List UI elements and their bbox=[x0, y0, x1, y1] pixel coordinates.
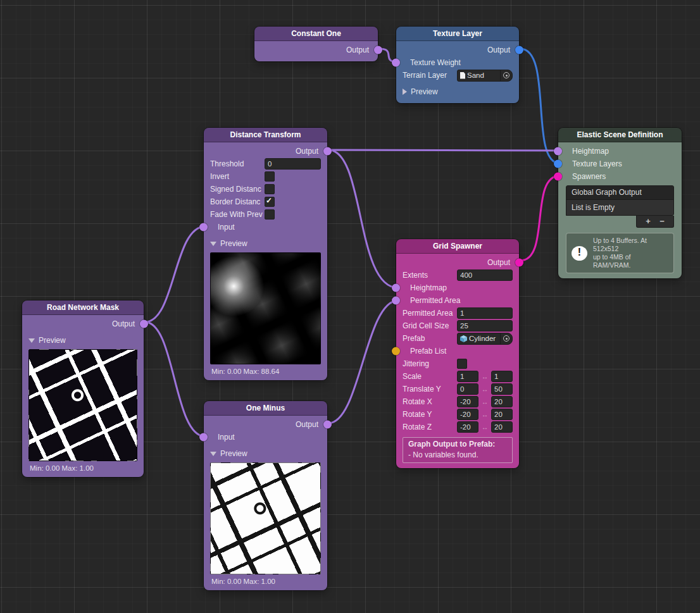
node-texture-layer[interactable]: Texture Layer Output Texture Weight Terr… bbox=[396, 27, 519, 103]
texture-layers-port[interactable] bbox=[554, 160, 562, 168]
output-port[interactable] bbox=[323, 147, 332, 156]
input-port[interactable] bbox=[199, 223, 208, 232]
preview-label: Preview bbox=[39, 336, 66, 345]
preview-image bbox=[28, 349, 137, 461]
scale-min-input[interactable] bbox=[457, 371, 478, 382]
invert-checkbox[interactable] bbox=[265, 171, 275, 182]
preview-foldout[interactable]: Preview bbox=[396, 85, 519, 98]
permitted-area-input[interactable] bbox=[457, 307, 513, 319]
node-distance-transform[interactable]: Distance Transform Output Threshold Inve… bbox=[204, 128, 327, 380]
permitted-area-label: Permitted Area bbox=[403, 309, 457, 318]
node-grid-spawner[interactable]: Grid Spawner Output Extents Heightmap Pe… bbox=[396, 239, 519, 468]
edge-distance-transform-to-heightmap[interactable] bbox=[328, 150, 559, 151]
translate-y-min-input[interactable] bbox=[457, 383, 478, 395]
threshold-input[interactable] bbox=[265, 158, 321, 170]
input-row: Input bbox=[204, 431, 327, 443]
info-line-2: up to 4MB of RAM/VRAM. bbox=[593, 253, 668, 269]
extents-input[interactable] bbox=[457, 269, 513, 281]
output-port[interactable] bbox=[374, 46, 382, 54]
global-graph-output-list: Global Graph Output List is Empty bbox=[566, 185, 674, 216]
spawners-port[interactable] bbox=[554, 173, 562, 181]
threshold-label: Threshold bbox=[210, 159, 265, 168]
list-header: Global Graph Output bbox=[566, 186, 673, 200]
scale-row: Scale bbox=[396, 370, 519, 383]
list-add-button[interactable]: + bbox=[646, 216, 651, 226]
preview-foldout[interactable]: Preview bbox=[204, 447, 327, 460]
rotate-x-min-input[interactable] bbox=[457, 396, 478, 407]
preview-label: Preview bbox=[220, 449, 247, 458]
heightmap-port[interactable] bbox=[554, 147, 562, 156]
preview-foldout[interactable]: Preview bbox=[22, 334, 144, 347]
preview-foldout[interactable]: Preview bbox=[204, 237, 327, 250]
extents-label: Extents bbox=[403, 271, 457, 280]
fade-with-prev-row: Fade With Prev bbox=[204, 208, 327, 221]
info-text: Up to 4 Buffers. At 512x512 up to 4MB of… bbox=[593, 237, 668, 269]
prefab-list-port[interactable] bbox=[392, 347, 400, 356]
permitted-area-port[interactable] bbox=[392, 297, 400, 305]
edge-road-mask-to-distance-input[interactable] bbox=[145, 226, 205, 322]
node-title[interactable]: Distance Transform bbox=[204, 128, 327, 142]
input-row: Input bbox=[204, 221, 327, 233]
translate-y-max-input[interactable] bbox=[491, 383, 513, 395]
output-port[interactable] bbox=[515, 46, 523, 54]
permitted-area-row: Permitted Area bbox=[396, 307, 519, 319]
output-row: Output bbox=[254, 44, 378, 56]
output-port-label: Output bbox=[346, 46, 369, 54]
texture-layers-row: Texture Layers bbox=[558, 158, 682, 170]
output-port-label: Output bbox=[296, 420, 318, 429]
edge-grid-spawner-to-spawners[interactable] bbox=[520, 176, 559, 261]
grid-cell-size-label: Grid Cell Size bbox=[403, 321, 457, 330]
rotate-y-max-input[interactable] bbox=[491, 409, 513, 420]
output-port[interactable] bbox=[515, 259, 523, 267]
prefab-object-field[interactable]: Cylinder bbox=[457, 333, 513, 345]
range-arrow-icon bbox=[478, 424, 491, 431]
terrain-layer-label: Terrain Layer bbox=[403, 71, 457, 80]
input-port[interactable] bbox=[199, 433, 208, 442]
rotate-z-max-input[interactable] bbox=[491, 421, 513, 433]
node-title[interactable]: Road Network Mask bbox=[22, 300, 144, 315]
heightmap-port[interactable] bbox=[392, 284, 400, 292]
texture-weight-port[interactable] bbox=[392, 59, 400, 67]
signed-distance-checkbox[interactable] bbox=[265, 184, 275, 194]
prefab-cube-icon bbox=[460, 335, 467, 342]
node-one-minus[interactable]: One Minus Output Input Preview Min: 0.00… bbox=[204, 401, 327, 590]
list-remove-button[interactable]: − bbox=[659, 216, 665, 226]
edge-distance-transform-to-grid-heightmap[interactable] bbox=[328, 150, 398, 288]
node-title[interactable]: Constant One bbox=[254, 27, 378, 41]
node-title[interactable]: One Minus bbox=[204, 401, 327, 416]
node-title[interactable]: Elastic Scene Definition bbox=[558, 128, 682, 142]
rotate-z-min-input[interactable] bbox=[457, 421, 478, 433]
texture-weight-label: Texture Weight bbox=[410, 58, 461, 67]
edge-one-minus-to-permitted-area[interactable] bbox=[328, 300, 398, 423]
minmax-text: Min: 0.00 Max: 1.00 bbox=[204, 578, 327, 585]
jittering-checkbox[interactable] bbox=[457, 359, 467, 369]
range-arrow-icon bbox=[478, 373, 491, 380]
info-exclamation-icon bbox=[572, 246, 587, 261]
fade-with-prev-checkbox[interactable] bbox=[265, 209, 275, 220]
terrain-layer-object-field[interactable]: Sand bbox=[457, 70, 513, 82]
rotate-y-label: Rotate Y bbox=[403, 410, 457, 419]
node-elastic-scene-definition[interactable]: Elastic Scene Definition Heightmap Textu… bbox=[558, 128, 682, 278]
graph-canvas[interactable]: Constant One Output Texture Layer Output… bbox=[0, 0, 700, 613]
graph-output-box: Graph Output to Prefab: - No variables f… bbox=[403, 437, 513, 463]
node-title[interactable]: Grid Spawner bbox=[396, 239, 519, 254]
node-constant-one[interactable]: Constant One Output bbox=[254, 27, 378, 61]
input-port-label: Input bbox=[218, 223, 235, 232]
rotate-x-max-input[interactable] bbox=[491, 396, 513, 407]
object-picker-icon[interactable] bbox=[500, 70, 512, 81]
edge-texture-layer-to-texture-layers[interactable] bbox=[520, 49, 559, 163]
grid-cell-size-input[interactable] bbox=[457, 320, 513, 331]
scale-max-input[interactable] bbox=[491, 371, 513, 382]
terrain-layer-row: Terrain Layer Sand bbox=[396, 69, 519, 82]
border-distance-checkbox[interactable] bbox=[265, 197, 275, 207]
output-port[interactable] bbox=[140, 320, 148, 328]
rotate-y-min-input[interactable] bbox=[457, 409, 478, 420]
object-picker-icon[interactable] bbox=[500, 333, 512, 344]
input-port-label: Input bbox=[218, 433, 235, 442]
output-port[interactable] bbox=[323, 421, 332, 429]
info-line-1: Up to 4 Buffers. At 512x512 bbox=[593, 237, 668, 253]
edge-road-mask-to-one-minus-input[interactable] bbox=[145, 322, 205, 437]
heightmap-port-label: Heightmap bbox=[410, 283, 447, 292]
node-road-network-mask[interactable]: Road Network Mask Output Preview Min: 0.… bbox=[22, 300, 144, 477]
node-title[interactable]: Texture Layer bbox=[396, 27, 519, 41]
